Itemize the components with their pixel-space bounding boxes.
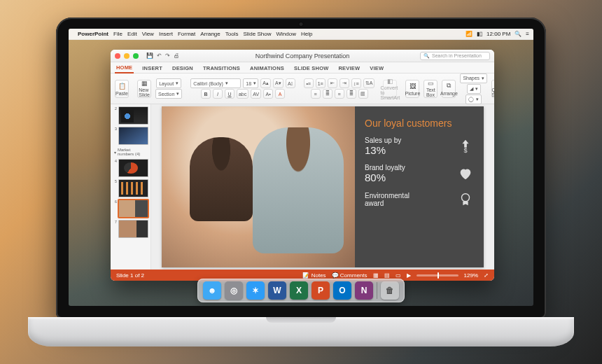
text-box-button[interactable]: ▭ Text Box [424,80,438,98]
menu-slideshow[interactable]: Slide Show [243,31,271,37]
shapes-dropdown[interactable]: Shapes▾ [460,74,487,83]
fit-to-window-button[interactable]: ⤢ [484,272,489,279]
columns-button[interactable]: ▥ [358,89,368,99]
dock-word[interactable]: W [268,281,286,300]
clear-format-button[interactable]: A⃠ [286,78,295,88]
tab-slideshow[interactable]: SLIDE SHOW [293,64,330,73]
indent-button[interactable]: ⇥ [340,78,349,88]
menu-view[interactable]: View [142,31,154,37]
align-left-button[interactable]: ≡ [311,89,321,99]
italic-button[interactable]: I [213,89,223,99]
menubar-app-name[interactable]: PowerPoint [78,31,108,37]
slide-counter[interactable]: Slide 1 of 2 [116,272,144,279]
layout-dropdown[interactable]: Layout▾ [156,78,181,88]
char-spacing-button[interactable]: AV [251,89,261,99]
slide-text-panel[interactable]: Our loyal customers Sales up by13% $ Bra… [355,106,484,267]
picture-button[interactable]: 🖼 Picture [405,80,419,98]
redo-icon[interactable]: ↷ [165,52,170,59]
slide-thumbnail[interactable] [118,127,148,145]
menu-edit[interactable]: Edit [127,31,137,37]
zoom-level[interactable]: 129% [464,272,478,279]
sorter-view-button[interactable]: ▤ [384,272,390,279]
section-header[interactable]: ▾Market numbers (4) [113,147,148,157]
line-spacing-button[interactable]: ↕≡ [351,78,361,88]
slide-canvas[interactable]: Our loyal customers Sales up by13% $ Bra… [151,104,494,270]
zoom-window-button[interactable] [133,53,139,59]
justify-button[interactable]: ≣ [346,89,356,99]
tab-animations[interactable]: ANIMATIONS [248,64,286,73]
menu-tools[interactable]: Tools [225,31,239,37]
quick-styles-button[interactable]: ✦ Quick Styles [491,80,494,98]
strike-button[interactable]: abc [237,89,248,99]
new-slide-button[interactable]: ▦ New Slide [137,80,151,98]
dock-launchpad[interactable]: ◎ [225,281,243,300]
tab-home[interactable]: HOME [115,63,134,74]
tab-view[interactable]: VIEW [368,64,385,73]
menubar-clock[interactable]: 12:00 PM [486,31,510,37]
undo-icon[interactable]: ↶ [157,52,162,59]
font-name-select[interactable]: Calibri (Body)▾ [190,78,241,88]
bullets-button[interactable]: •≡ [304,78,314,88]
menu-format[interactable]: Format [178,31,195,37]
menu-help[interactable]: Help [301,31,312,37]
tab-review[interactable]: REVIEW [337,64,362,73]
align-right-button[interactable]: ≡ [335,89,344,99]
battery-icon[interactable]: ▮▯ [477,31,482,37]
numbering-button[interactable]: 1≡ [316,78,326,88]
tab-design[interactable]: DESIGN [171,64,195,73]
slide-thumbnail[interactable] [118,106,148,125]
tab-transitions[interactable]: TRANSITIONS [202,64,241,73]
shape-outline-dropdown[interactable]: ◯▾ [465,94,482,104]
menu-arrange[interactable]: Arrange [200,31,220,37]
slide-thumbnail[interactable] [118,159,148,177]
save-icon[interactable]: 💾 [146,52,153,59]
font-size-select[interactable]: 18▾ [243,78,258,88]
paste-button[interactable]: 📋 Paste [115,80,129,98]
increase-font-button[interactable]: A▴ [260,78,271,88]
close-window-button[interactable] [115,53,120,59]
wifi-icon[interactable]: 📶 [465,31,472,37]
tab-insert[interactable]: INSERT [141,64,164,73]
shape-fill-dropdown[interactable]: ◢▾ [467,84,481,94]
align-center-button[interactable]: ≣ [323,89,332,99]
bold-button[interactable]: B [201,89,211,99]
search-input[interactable]: 🔍 Search in Presentation [420,52,490,60]
slide-photo[interactable] [162,106,355,267]
minimize-window-button[interactable] [124,53,130,59]
print-icon[interactable]: 🖨 [174,52,179,59]
dock-excel[interactable]: X [290,281,308,300]
dock-onenote[interactable]: N [355,281,373,300]
zoom-slider[interactable] [416,274,458,276]
notes-toggle[interactable]: 📝 Notes [302,272,326,279]
section-dropdown[interactable]: Section▾ [155,89,182,99]
slide-heading[interactable]: Our loyal customers [365,118,474,129]
comments-toggle[interactable]: 💬 Comments [332,272,368,279]
normal-view-button[interactable]: ▦ [373,272,379,279]
decrease-font-button[interactable]: A▾ [273,78,284,88]
slide-thumbnail[interactable] [118,200,148,218]
slideshow-view-button[interactable]: ▶ [407,272,411,279]
menu-insert[interactable]: Insert [159,31,173,37]
globe-award-icon [457,191,474,208]
outdent-button[interactable]: ⇤ [328,78,337,88]
dock-safari[interactable]: ✶ [246,281,265,300]
convert-smartart-button[interactable]: ◧ Convert to SmartArt [383,80,397,98]
arrange-button[interactable]: ⧉ Arrange [442,80,456,98]
slide-thumbnail[interactable] [118,179,148,197]
font-color-button[interactable]: A [275,89,285,99]
notification-center-icon[interactable]: ≡ [526,31,529,37]
current-slide[interactable]: Our loyal customers Sales up by13% $ Bra… [162,106,484,267]
laptop-camera [300,22,303,26]
highlight-button[interactable]: A▪ [263,89,273,99]
spotlight-icon[interactable]: 🔍 [514,31,522,37]
menu-window[interactable]: Window [276,31,295,37]
reading-view-button[interactable]: ▭ [396,272,401,279]
dock-trash[interactable]: 🗑 [381,281,399,300]
text-direction-button[interactable]: ⇅A [363,78,375,88]
dock-outlook[interactable]: O [333,281,351,300]
dock-finder[interactable]: ☻ [203,281,221,300]
dock-powerpoint[interactable]: P [312,281,330,300]
menu-file[interactable]: File [113,31,122,37]
underline-button[interactable]: U [225,89,234,99]
slide-thumbnail[interactable] [118,220,148,238]
